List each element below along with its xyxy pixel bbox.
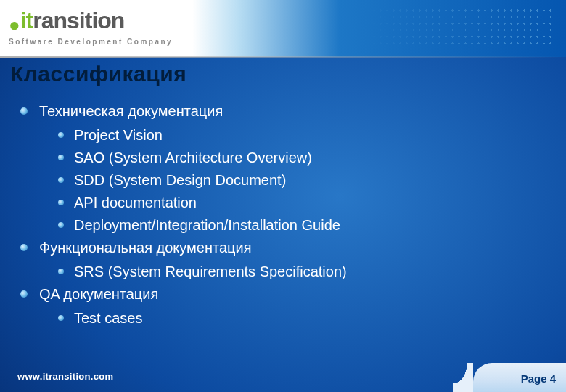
list-item-label: SRS (System Requirements Specification) bbox=[74, 261, 347, 283]
header-dots-icon bbox=[364, 7, 553, 48]
list-item-label: Test cases bbox=[74, 307, 142, 330]
bullet-icon bbox=[20, 107, 28, 115]
page-title: Классификация bbox=[10, 62, 186, 86]
list-item: Test cases bbox=[58, 307, 551, 330]
list-item-label: Project Vision bbox=[74, 124, 163, 147]
slide: ●itransition Software Development Compan… bbox=[0, 0, 566, 392]
list-item: Deployment/Integration/Installation Guid… bbox=[58, 214, 551, 237]
list-item: API documentation bbox=[58, 192, 551, 214]
footer-page-label: Page 4 bbox=[521, 372, 556, 385]
logo-prefix: it bbox=[20, 7, 33, 33]
list-item: Техническая документация bbox=[20, 100, 551, 123]
list-item-label: SDD (System Design Document) bbox=[74, 169, 286, 192]
bullet-icon bbox=[58, 155, 64, 160]
list-item: QA документация bbox=[20, 283, 551, 306]
list-item-label: SAO (System Architecture Overview) bbox=[74, 147, 312, 169]
bullet-icon bbox=[58, 200, 64, 205]
logo: ●itransition Software Development Compan… bbox=[9, 7, 173, 46]
header-bar: ●itransition Software Development Compan… bbox=[0, 0, 566, 57]
bullet-icon bbox=[58, 177, 64, 183]
list-item-label: Техническая документация bbox=[39, 100, 223, 123]
bullet-icon bbox=[20, 290, 28, 298]
bullet-icon bbox=[20, 244, 28, 251]
bullet-icon bbox=[58, 132, 64, 138]
list-item-label: Deployment/Integration/Installation Guid… bbox=[74, 214, 340, 237]
list-item-label: Функциональная документация bbox=[39, 237, 252, 259]
footer-page: Page 4 bbox=[473, 363, 566, 392]
header-curve bbox=[187, 0, 231, 57]
bullet-icon bbox=[58, 315, 64, 321]
logo-bullet-icon: ● bbox=[9, 14, 20, 36]
list-item: Функциональная документация bbox=[20, 237, 551, 259]
list-item-label: QA документация bbox=[39, 283, 158, 306]
logo-suffix: ransition bbox=[33, 7, 124, 33]
list-item: SAO (System Architecture Overview) bbox=[58, 147, 551, 169]
footer-url: www.itransition.com bbox=[17, 371, 113, 382]
list-item-label: API documentation bbox=[74, 192, 197, 214]
list-item: Project Vision bbox=[58, 124, 551, 147]
list-item: SRS (System Requirements Specification) bbox=[58, 261, 551, 283]
list-item: SDD (System Design Document) bbox=[58, 169, 551, 192]
bullet-icon bbox=[58, 269, 64, 274]
bullet-icon bbox=[58, 222, 64, 228]
content: Техническая документация Project Vision … bbox=[20, 100, 551, 330]
logo-wordmark: ●itransition bbox=[9, 7, 173, 36]
logo-tagline: Software Development Company bbox=[9, 38, 173, 46]
